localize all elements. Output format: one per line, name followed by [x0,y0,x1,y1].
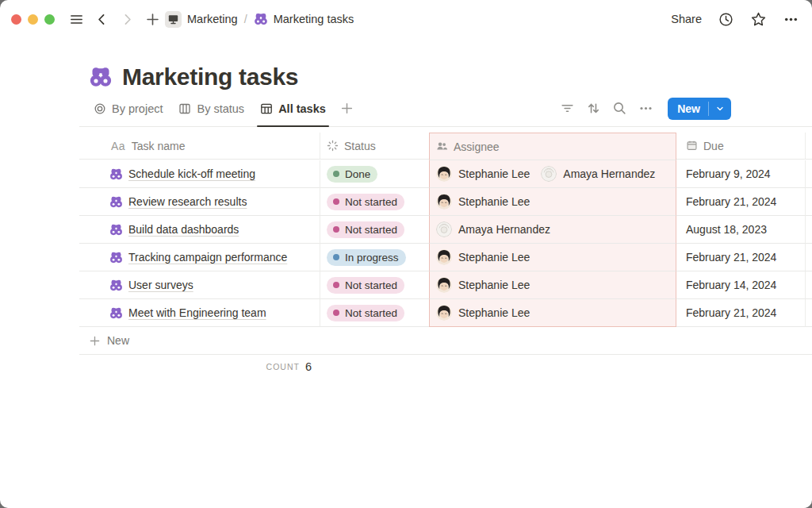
due-date: August 18, 2023 [686,223,767,236]
due-cell[interactable]: February 9, 2024 [676,160,805,188]
avatar [541,166,557,182]
assignee-name: Stephanie Lee [458,306,530,319]
favorite-star-icon[interactable] [750,11,767,28]
assignee-cell[interactable]: Stephanie LeeAmaya Hernandez [429,160,676,188]
due-cell[interactable]: August 18, 2023 [676,216,805,244]
assignee-cell[interactable]: Amaya Hernandez [429,216,676,244]
column-header-status[interactable]: Status [320,133,429,160]
more-options-icon[interactable] [783,11,799,28]
filter-icon[interactable] [560,101,575,116]
column-header-assignee[interactable]: Assignee [429,133,676,160]
new-button[interactable]: New [668,98,731,120]
task-name[interactable]: Build data dashboards [128,223,239,236]
task-name[interactable]: Meet with Engineering team [128,306,266,319]
assignee-cell[interactable]: Stephanie Lee [429,188,676,216]
due-date: February 9, 2024 [686,167,771,180]
binoculars-icon [109,195,123,209]
assignee-name: Stephanie Lee [458,195,530,208]
add-view-icon[interactable] [340,102,354,115]
due-cell[interactable]: February 21, 2024 [676,299,805,327]
search-icon[interactable] [612,101,627,116]
text-type-icon: Aa [111,140,125,152]
task-name[interactable]: Tracking campaign performance [128,251,287,264]
table-row[interactable]: Tracking campaign performance In progres… [79,244,812,271]
tab-all-tasks[interactable]: All tasks [255,90,331,126]
tab-by-project[interactable]: By project [89,90,167,126]
status-cell[interactable]: Not started [320,271,429,299]
binoculars-icon [109,279,123,292]
table-header-row: Aa Task name Status Assignee Due [79,133,812,160]
binoculars-icon [109,167,123,181]
share-button[interactable]: Share [671,13,702,25]
new-button-label: New [668,98,708,120]
forward-icon[interactable] [120,12,135,27]
minimize-button[interactable] [28,14,38,25]
row-spacer [805,216,812,244]
sort-icon[interactable] [586,101,601,116]
assignee-chip: Stephanie Lee [436,249,530,265]
tab-by-status[interactable]: By status [174,90,249,126]
task-name-cell[interactable]: User surveys [79,271,320,299]
row-spacer [805,188,812,216]
breadcrumb-page[interactable]: Marketing tasks [274,13,354,25]
chevron-down-icon[interactable] [709,98,731,120]
binoculars-icon [254,12,268,26]
due-cell[interactable]: February 21, 2024 [676,244,805,271]
breadcrumb-workspace[interactable]: Marketing [187,13,238,25]
view-more-icon[interactable] [638,101,653,116]
column-header-due[interactable]: Due [676,133,805,160]
status-cell[interactable]: Not started [320,216,429,244]
close-button[interactable] [11,14,21,25]
binoculars-icon [109,223,123,237]
status-badge: Not started [327,194,404,210]
task-name[interactable]: User surveys [128,279,193,291]
breadcrumb: Marketing / Marketing tasks [165,11,354,28]
status-badge: Not started [327,221,404,238]
status-badge: In progress [327,249,406,266]
task-name[interactable]: Schedule kick-off meeting [128,167,255,180]
count-value: 6 [305,360,312,373]
column-label: Task name [132,140,186,152]
table-row[interactable]: User surveys Not started Stephanie Lee F… [79,271,812,299]
tab-label: By project [112,102,163,115]
due-cell[interactable]: February 14, 2024 [676,271,805,299]
row-spacer [805,160,812,188]
status-cell[interactable]: Not started [320,188,429,216]
sidebar-menu-icon[interactable] [69,12,84,27]
status-cell[interactable]: Not started [320,299,429,327]
assignee-cell[interactable]: Stephanie Lee [429,271,676,299]
history-clock-icon[interactable] [718,11,734,28]
table-row[interactable]: Build data dashboards Not started Amaya … [79,216,812,244]
column-header-task-name[interactable]: Aa Task name [79,133,320,160]
task-name-cell[interactable]: Build data dashboards [79,216,320,244]
avatar [436,305,452,321]
page-title[interactable]: Marketing tasks [122,64,298,90]
add-row-button[interactable]: New [79,327,812,355]
table-row[interactable]: Review research results Not started Step… [79,188,812,216]
back-icon[interactable] [94,12,109,27]
table-row[interactable]: Meet with Engineering team Not started S… [79,299,812,327]
status-cell[interactable]: Done [320,160,429,188]
status-label: Not started [345,196,397,208]
task-name-cell[interactable]: Review research results [79,188,320,216]
new-page-icon[interactable] [145,12,160,27]
table-row[interactable]: Schedule kick-off meeting Done Stephanie… [79,160,812,188]
zoom-button[interactable] [44,14,55,25]
task-name[interactable]: Review research results [128,195,247,208]
assignee-chip: Amaya Hernandez [541,166,655,182]
assignee-name: Stephanie Lee [458,167,530,180]
due-cell[interactable]: February 21, 2024 [676,188,805,216]
task-name-cell[interactable]: Tracking campaign performance [79,244,320,271]
task-name-cell[interactable]: Schedule kick-off meeting [79,160,320,188]
task-name-cell[interactable]: Meet with Engineering team [79,299,320,327]
avatar [436,194,452,210]
page-icon-binoculars[interactable] [89,65,113,89]
binoculars-icon [109,306,123,320]
status-cell[interactable]: In progress [320,244,429,271]
assignee-cell[interactable]: Stephanie Lee [429,244,676,271]
status-dot [333,282,339,288]
tab-label: By status [197,102,244,115]
count-label[interactable]: COUNT [266,362,300,371]
assignee-cell[interactable]: Stephanie Lee [429,299,676,327]
status-label: Not started [345,279,397,291]
